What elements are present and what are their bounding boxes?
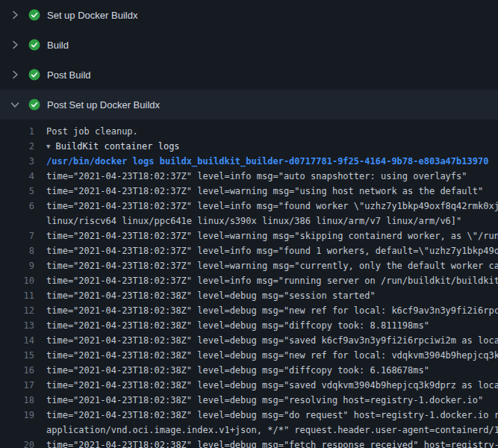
log-line: 19 time="2021-04-23T18:02:38Z" level=deb… bbox=[0, 408, 498, 423]
line-number bbox=[0, 423, 34, 438]
log-line: 4 time="2021-04-23T18:02:37Z" level=info… bbox=[0, 169, 498, 184]
line-number bbox=[0, 214, 34, 228]
log-line: 9 time="2021-04-23T18:02:37Z" level=warn… bbox=[0, 258, 498, 273]
line-number[interactable]: 5 bbox=[0, 184, 34, 199]
line-text: time="2021-04-23T18:02:38Z" level=debug … bbox=[46, 288, 498, 303]
step-section-header[interactable]: Post Set up Docker Buildx bbox=[0, 90, 498, 119]
line-number[interactable]: 14 bbox=[0, 333, 34, 348]
log-body: 1 Post job cleanup. 2 ▼ BuildKit contain… bbox=[0, 119, 498, 448]
line-text: time="2021-04-23T18:02:38Z" level=debug … bbox=[46, 393, 498, 408]
line-text: time="2021-04-23T18:02:38Z" level=debug … bbox=[46, 363, 498, 378]
log-line: 13 time="2021-04-23T18:02:38Z" level=deb… bbox=[0, 318, 498, 333]
section-label: Post Build bbox=[47, 69, 91, 81]
step-section-header[interactable]: Build bbox=[0, 30, 498, 60]
line-text: time="2021-04-23T18:02:37Z" level=info m… bbox=[46, 169, 498, 184]
log-line: 20 time="2021-04-23T18:02:38Z" level=deb… bbox=[0, 438, 498, 448]
line-number[interactable]: 11 bbox=[0, 288, 34, 303]
chevron-right-icon bbox=[9, 9, 21, 21]
line-text[interactable]: BuildKit container logs bbox=[55, 139, 498, 154]
line-number[interactable]: 13 bbox=[0, 318, 34, 333]
log-line: 14 time="2021-04-23T18:02:38Z" level=deb… bbox=[0, 333, 498, 348]
line-number[interactable]: 12 bbox=[0, 303, 34, 318]
line-text: time="2021-04-23T18:02:38Z" level=debug … bbox=[46, 408, 498, 423]
log-line: 2 ▼ BuildKit container logs bbox=[0, 139, 498, 154]
line-number[interactable]: 17 bbox=[0, 378, 34, 393]
line-text: time="2021-04-23T18:02:37Z" level=info m… bbox=[46, 243, 498, 258]
line-text: time="2021-04-23T18:02:37Z" level=info m… bbox=[46, 199, 498, 214]
section-label: Build bbox=[47, 40, 69, 51]
success-check-circle-icon bbox=[28, 99, 40, 111]
line-text: time="2021-04-23T18:02:38Z" level=debug … bbox=[46, 348, 498, 363]
line-text: time="2021-04-23T18:02:37Z" level=warnin… bbox=[46, 258, 498, 273]
log-line: 7 time="2021-04-23T18:02:37Z" level=warn… bbox=[0, 228, 498, 243]
line-number[interactable]: 8 bbox=[0, 243, 34, 258]
log-line: application/vnd.oci.image.index.v1+json,… bbox=[0, 423, 498, 438]
log-line: linux/riscv64 linux/ppc641e linux/s390x … bbox=[0, 214, 498, 228]
section-label: Post Set up Docker Buildx bbox=[47, 99, 160, 111]
line-text: time="2021-04-23T18:02:38Z" level=debug … bbox=[46, 333, 498, 348]
success-check-circle-icon bbox=[28, 9, 40, 21]
line-text: time="2021-04-23T18:02:37Z" level=info m… bbox=[46, 273, 498, 288]
line-number[interactable]: 16 bbox=[0, 363, 34, 378]
log-line: 11 time="2021-04-23T18:02:38Z" level=deb… bbox=[0, 288, 498, 303]
log-line: 10 time="2021-04-23T18:02:37Z" level=inf… bbox=[0, 273, 498, 288]
line-number[interactable]: 19 bbox=[0, 408, 34, 423]
log-line: 18 time="2021-04-23T18:02:38Z" level=deb… bbox=[0, 393, 498, 408]
line-number[interactable]: 1 bbox=[0, 124, 34, 139]
success-check-circle-icon bbox=[28, 39, 40, 51]
log-line: 1 Post job cleanup. bbox=[0, 124, 498, 139]
chevron-right-icon bbox=[9, 39, 21, 51]
group-toggle-icon[interactable]: ▼ bbox=[46, 139, 50, 154]
log-line: 17 time="2021-04-23T18:02:38Z" level=deb… bbox=[0, 378, 498, 393]
workflow-log-viewer: Set up Docker Buildx Build Post Build Po… bbox=[0, 0, 498, 448]
section-label: Set up Docker Buildx bbox=[47, 10, 137, 21]
chevron-down-icon bbox=[9, 99, 21, 111]
line-text: Post job cleanup. bbox=[46, 124, 498, 139]
line-number[interactable]: 6 bbox=[0, 199, 34, 214]
step-section-header[interactable]: Set up Docker Buildx bbox=[0, 0, 498, 30]
line-text: time="2021-04-23T18:02:38Z" level=debug … bbox=[46, 318, 498, 333]
line-text: application/vnd.oci.image.index.v1+json,… bbox=[46, 423, 498, 438]
line-number[interactable]: 2 bbox=[0, 139, 34, 154]
line-number[interactable]: 15 bbox=[0, 348, 34, 363]
line-text: time="2021-04-23T18:02:38Z" level=debug … bbox=[46, 303, 498, 318]
log-line: 8 time="2021-04-23T18:02:37Z" level=info… bbox=[0, 243, 498, 258]
line-number[interactable]: 20 bbox=[0, 438, 34, 448]
line-number[interactable]: 9 bbox=[0, 258, 34, 273]
line-text: /usr/bin/docker logs buildx_buildkit_bui… bbox=[46, 154, 498, 169]
line-text: time="2021-04-23T18:02:37Z" level=warnin… bbox=[46, 228, 498, 243]
line-text: time="2021-04-23T18:02:38Z" level=debug … bbox=[46, 438, 498, 448]
chevron-right-icon bbox=[9, 69, 21, 81]
line-number[interactable]: 18 bbox=[0, 393, 34, 408]
step-section-header[interactable]: Post Build bbox=[0, 60, 498, 90]
line-number[interactable]: 10 bbox=[0, 273, 34, 288]
line-text: linux/riscv64 linux/ppc641e linux/s390x … bbox=[46, 214, 498, 228]
line-text: time="2021-04-23T18:02:37Z" level=warnin… bbox=[46, 184, 498, 199]
success-check-circle-icon bbox=[28, 69, 40, 81]
log-line: 15 time="2021-04-23T18:02:38Z" level=deb… bbox=[0, 348, 498, 363]
line-number[interactable]: 7 bbox=[0, 228, 34, 243]
log-line: 16 time="2021-04-23T18:02:38Z" level=deb… bbox=[0, 363, 498, 378]
line-text: time="2021-04-23T18:02:38Z" level=debug … bbox=[46, 378, 498, 393]
log-line: 12 time="2021-04-23T18:02:38Z" level=deb… bbox=[0, 303, 498, 318]
line-number[interactable]: 3 bbox=[0, 154, 34, 169]
log-line: 6 time="2021-04-23T18:02:37Z" level=info… bbox=[0, 199, 498, 214]
log-line: 3 /usr/bin/docker logs buildx_buildkit_b… bbox=[0, 154, 498, 169]
log-line: 5 time="2021-04-23T18:02:37Z" level=warn… bbox=[0, 184, 498, 199]
line-number[interactable]: 4 bbox=[0, 169, 34, 184]
